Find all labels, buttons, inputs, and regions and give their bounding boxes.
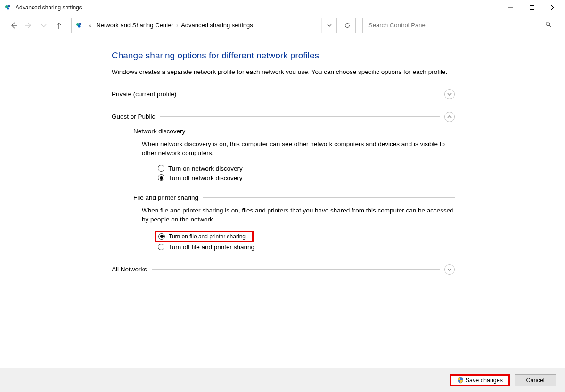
radio-nd-off-label: Turn off network discovery (168, 174, 243, 181)
minimize-button[interactable] (499, 0, 521, 15)
radio-icon (158, 165, 164, 172)
app-icon (4, 4, 12, 11)
chevron-up-icon[interactable] (444, 112, 455, 122)
navbar: « Network and Sharing Center › Advanced … (0, 15, 565, 36)
content-area: Change sharing options for different net… (0, 36, 565, 368)
search-input[interactable] (368, 21, 545, 29)
radio-fs-off[interactable]: Turn off file and printer sharing (157, 243, 455, 251)
network-discovery-description: When network discovery is on, this compu… (142, 139, 455, 158)
svg-point-8 (79, 23, 82, 25)
radio-selected-icon (158, 233, 165, 240)
svg-point-2 (7, 7, 9, 9)
radio-icon (158, 244, 164, 250)
maximize-button[interactable] (521, 0, 543, 15)
section-all-networks[interactable]: All Networks (112, 264, 455, 275)
breadcrumb-icon (72, 22, 87, 29)
breadcrumb-item-parent[interactable]: Network and Sharing Center (93, 22, 176, 29)
chevron-down-icon[interactable] (444, 264, 455, 275)
radio-nd-on[interactable]: Turn on network discovery (157, 164, 455, 172)
section-all-label: All Networks (112, 266, 147, 273)
radio-nd-on-label: Turn on network discovery (168, 165, 243, 172)
radio-fs-on-label[interactable]: Turn on file and printer sharing (169, 233, 246, 240)
svg-point-9 (78, 25, 80, 27)
radio-nd-off[interactable]: Turn off network discovery (157, 174, 455, 182)
shield-icon (457, 377, 464, 384)
close-button[interactable] (543, 0, 565, 15)
chevron-down-icon[interactable] (444, 89, 455, 99)
breadcrumb-item-current[interactable]: Advanced sharing settings (178, 22, 255, 29)
radio-selected-icon (158, 174, 164, 181)
breadcrumb[interactable]: « Network and Sharing Center › Advanced … (71, 18, 337, 33)
save-button-label: Save changes (466, 377, 503, 384)
up-button[interactable] (52, 19, 66, 32)
cancel-button[interactable]: Cancel (515, 374, 556, 386)
svg-point-1 (8, 5, 10, 8)
section-private[interactable]: Private (current profile) (112, 89, 455, 99)
page-description: Windows creates a separate network profi… (112, 67, 455, 77)
window-title: Advanced sharing settings (16, 4, 82, 11)
subsection-network-discovery: Network discovery (133, 128, 455, 135)
radio-fs-off-label: Turn off file and printer sharing (168, 244, 254, 251)
subsection-file-sharing: File and printer sharing (133, 194, 455, 201)
section-guest[interactable]: Guest or Public (112, 112, 455, 122)
file-sharing-description: When file and printer sharing is on, fil… (142, 206, 455, 224)
refresh-button[interactable] (339, 18, 356, 33)
search-icon (545, 21, 552, 29)
forward-button[interactable] (22, 19, 35, 32)
network-discovery-heading: Network discovery (133, 128, 185, 135)
save-changes-button[interactable]: Save changes (450, 374, 510, 386)
breadcrumb-dropdown[interactable] (321, 18, 336, 33)
titlebar: Advanced sharing settings (0, 0, 565, 15)
page-title: Change sharing options for different net… (112, 50, 455, 61)
section-private-label: Private (current profile) (112, 90, 176, 98)
highlight-turn-on-sharing: Turn on file and printer sharing (155, 231, 254, 242)
svg-rect-4 (530, 6, 534, 10)
back-button[interactable] (7, 19, 20, 32)
svg-line-11 (549, 25, 551, 27)
file-sharing-heading: File and printer sharing (133, 194, 198, 201)
footer: Save changes Cancel (0, 368, 565, 392)
section-guest-label: Guest or Public (112, 113, 155, 120)
recent-button[interactable] (37, 19, 50, 32)
search-box[interactable] (362, 18, 557, 33)
cancel-button-label: Cancel (526, 377, 545, 384)
breadcrumb-overflow[interactable]: « (87, 23, 93, 28)
svg-point-10 (546, 22, 550, 26)
